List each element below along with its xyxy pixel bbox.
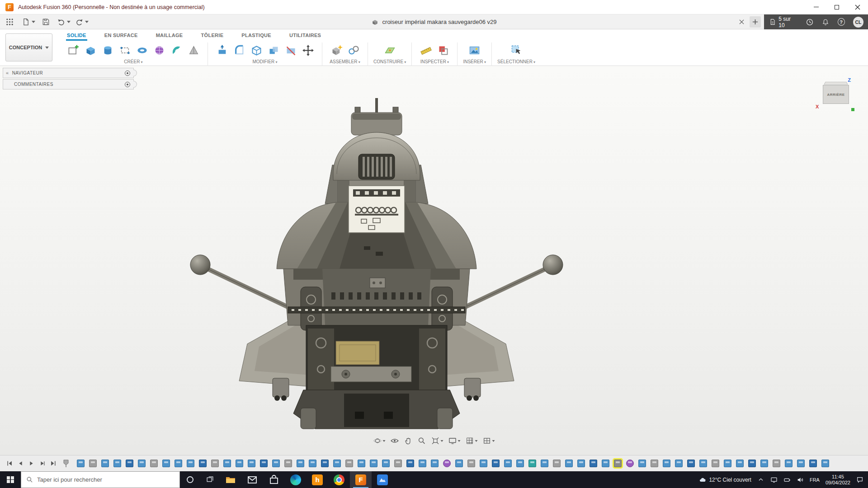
document-tab-close-button[interactable] [738, 18, 745, 25]
timeline-feature-45[interactable] [614, 460, 622, 467]
app-icon-file-explorer[interactable] [220, 471, 241, 488]
timeline-feature-36[interactable] [504, 460, 512, 467]
panel-navigateur[interactable]: NAVIGATEUR [3, 68, 134, 78]
model-croiseur-imperial[interactable] [187, 97, 566, 434]
measure-icon[interactable] [417, 42, 434, 59]
display-settings-icon[interactable] [447, 436, 462, 446]
start-button[interactable] [0, 471, 21, 488]
group-label-inspecter[interactable]: INSPECTER [420, 59, 449, 64]
create-sketch-icon[interactable] [65, 42, 82, 59]
group-label-modifier[interactable]: MODIFIER [252, 59, 277, 64]
timeline-feature-17[interactable] [272, 460, 280, 467]
timeline-feature-10[interactable] [187, 460, 194, 467]
timeline-feature-25[interactable] [370, 460, 377, 467]
timeline-feature-38[interactable] [528, 460, 536, 467]
search-input[interactable] [37, 476, 168, 483]
timeline-feature-23[interactable] [345, 460, 353, 467]
help-icon[interactable] [838, 18, 845, 26]
timeline-feature-11[interactable] [199, 460, 207, 467]
timeline-feature-48[interactable] [651, 460, 658, 467]
timeline-feature-60[interactable] [797, 460, 805, 467]
timeline-feature-37[interactable] [516, 460, 524, 467]
weather-widget[interactable]: 12°C Ciel couvert [699, 476, 751, 483]
torus-icon[interactable] [133, 42, 151, 59]
app-icon-mail[interactable] [241, 471, 263, 488]
timeline-feature-56[interactable] [748, 460, 756, 467]
timeline-feature-7[interactable] [150, 460, 158, 467]
workspace-selector-button[interactable]: CONCEPTION [5, 33, 52, 61]
timeline-feature-2[interactable] [89, 460, 97, 467]
orbit-icon[interactable] [372, 436, 387, 446]
fit-caret-icon[interactable] [441, 440, 443, 442]
timeline-feature-50[interactable] [675, 460, 683, 467]
group-label-inserer[interactable]: INSÉRER [463, 59, 486, 64]
timeline-feature-31[interactable] [443, 460, 451, 467]
timeline-feature-20[interactable] [309, 460, 316, 467]
look-at-icon[interactable] [389, 436, 401, 446]
view-cube-top-face[interactable] [824, 82, 848, 84]
joint-icon[interactable] [345, 42, 362, 59]
loft-icon[interactable] [185, 42, 202, 59]
view-cube[interactable]: Z ARRIÈRE X [818, 80, 854, 111]
close-button[interactable] [847, 0, 868, 14]
timeline-feature-35[interactable] [492, 460, 500, 467]
maximize-button[interactable] [826, 0, 847, 14]
save-icon[interactable] [41, 17, 51, 27]
timeline-feature-34[interactable] [480, 460, 487, 467]
fit-icon[interactable] [429, 436, 445, 446]
timeline-feature-8[interactable] [162, 460, 170, 467]
press-pull-icon[interactable] [213, 42, 231, 59]
redo-icon[interactable] [74, 17, 84, 27]
notifications-bell-icon[interactable] [821, 18, 829, 26]
group-label-creer[interactable]: CRÉER [124, 59, 142, 64]
app-icon-photos[interactable] [372, 471, 393, 488]
shell-icon[interactable] [248, 42, 265, 59]
panel-notch[interactable] [133, 70, 137, 76]
split-body-icon[interactable] [282, 42, 299, 59]
form-icon[interactable] [151, 42, 168, 59]
timeline-feature-59[interactable] [785, 460, 793, 467]
tray-power-icon[interactable] [783, 476, 791, 483]
viewports-icon[interactable] [481, 436, 497, 446]
tray-volume-icon[interactable] [797, 476, 804, 483]
timeline-position-marker[interactable] [62, 459, 70, 468]
box-icon[interactable] [82, 42, 99, 59]
display-caret-icon[interactable] [458, 440, 461, 442]
timeline-feature-58[interactable] [773, 460, 780, 467]
show-hidden-icons-chevron[interactable] [757, 476, 764, 483]
app-icon-h[interactable] [307, 471, 328, 488]
timeline-feature-32[interactable] [455, 460, 463, 467]
panel-commentaires[interactable]: COMMENTAIRES [3, 79, 134, 89]
redo-caret-icon[interactable] [85, 21, 89, 23]
timeline-feature-18[interactable] [284, 460, 292, 467]
timeline-feature-19[interactable] [297, 460, 304, 467]
app-grid-icon[interactable] [5, 17, 14, 27]
timeline-feature-26[interactable] [382, 460, 390, 467]
group-label-assembler[interactable]: ASSEMBLER [330, 59, 360, 64]
timeline-feature-14[interactable] [236, 460, 243, 467]
panel-pin-icon[interactable] [125, 82, 130, 87]
timeline-feature-47[interactable] [638, 460, 646, 467]
action-center-icon[interactable] [856, 476, 863, 483]
timeline-feature-30[interactable] [431, 460, 439, 467]
revolve-icon[interactable] [168, 42, 185, 59]
move-icon[interactable] [299, 42, 316, 59]
timeline-feature-4[interactable] [113, 460, 121, 467]
timeline-feature-40[interactable] [553, 460, 561, 467]
grid-settings-icon[interactable] [464, 436, 480, 446]
taskbar-search[interactable] [21, 471, 180, 488]
cylinder-icon[interactable] [99, 42, 116, 59]
timeline-feature-51[interactable] [687, 460, 695, 467]
timeline-feature-61[interactable] [809, 460, 817, 467]
timeline-feature-55[interactable] [736, 460, 744, 467]
undo-icon[interactable] [56, 17, 66, 27]
timeline-feature-28[interactable] [406, 460, 414, 467]
timeline-feature-3[interactable] [101, 460, 109, 467]
app-icon-fusion-360[interactable] [350, 471, 372, 488]
job-status-button[interactable]: 5 sur 10 [769, 16, 797, 28]
undo-caret-icon[interactable] [67, 21, 71, 23]
group-label-selectionner[interactable]: SÉLECTIONNER [497, 59, 535, 64]
fillet-icon[interactable] [231, 42, 248, 59]
timeline-feature-16[interactable] [260, 460, 268, 467]
timeline-feature-1[interactable] [77, 460, 85, 467]
